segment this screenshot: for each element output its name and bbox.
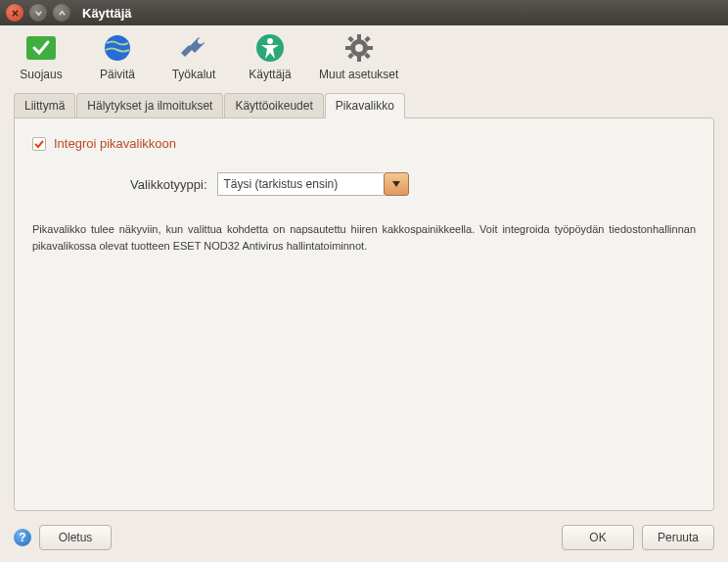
accessibility-icon bbox=[253, 31, 287, 65]
tools-icon bbox=[177, 31, 210, 65]
menu-type-label: Valikkotyyppi: bbox=[130, 177, 207, 192]
tab-alerts[interactable]: Hälytykset ja ilmoitukset bbox=[76, 93, 223, 118]
svg-rect-0 bbox=[26, 36, 56, 60]
bottom-bar: ? Oletus OK Peruuta bbox=[0, 521, 728, 562]
tab-context-menu[interactable]: Pikavalikko bbox=[325, 93, 405, 118]
tabstrip: Liittymä Hälytykset ja ilmoitukset Käytt… bbox=[14, 93, 714, 118]
ok-button[interactable]: OK bbox=[562, 525, 634, 550]
globe-icon bbox=[101, 31, 134, 65]
chevron-down-icon bbox=[392, 181, 400, 187]
menu-type-value[interactable]: Täysi (tarkistus ensin) bbox=[217, 172, 384, 196]
integrate-checkbox-row[interactable]: Integroi pikavalikkoon bbox=[32, 136, 696, 151]
svg-rect-8 bbox=[345, 46, 351, 50]
menu-type-row: Valikkotyyppi: Täysi (tarkistus ensin) bbox=[130, 172, 696, 196]
maximize-icon[interactable] bbox=[53, 4, 70, 22]
tab-permissions[interactable]: Käyttöoikeudet bbox=[224, 93, 323, 118]
toolbar: Suojaus Päivitä Työkalut K bbox=[0, 25, 728, 85]
toolbar-label: Päivitä bbox=[100, 68, 135, 81]
toolbar-item-user[interactable]: Käyttäjä bbox=[243, 31, 297, 81]
toolbar-item-update[interactable]: Päivitä bbox=[90, 31, 145, 81]
help-icon[interactable]: ? bbox=[14, 529, 31, 546]
titlebar: Käyttäjä bbox=[0, 0, 728, 25]
toolbar-label: Suojaus bbox=[20, 68, 62, 81]
svg-point-14 bbox=[355, 44, 363, 52]
svg-rect-12 bbox=[364, 36, 370, 42]
tab-panel-context-menu: Integroi pikavalikkoon Valikkotyyppi: Tä… bbox=[14, 117, 714, 511]
checkbox-label: Integroi pikavalikkoon bbox=[54, 136, 176, 151]
toolbar-label: Muut asetukset bbox=[319, 68, 398, 81]
dropdown-button[interactable] bbox=[384, 172, 409, 196]
svg-rect-9 bbox=[367, 46, 373, 50]
toolbar-label: Käyttäjä bbox=[249, 68, 291, 81]
checkbox-checked-icon[interactable] bbox=[32, 137, 46, 151]
window-title: Käyttäjä bbox=[82, 6, 132, 21]
svg-point-2 bbox=[198, 38, 204, 44]
description-text: Pikavalikko tulee näkyviin, kun valittua… bbox=[32, 221, 696, 254]
svg-rect-10 bbox=[347, 36, 353, 42]
cancel-button[interactable]: Peruuta bbox=[642, 525, 714, 550]
toolbar-label: Työkalut bbox=[172, 68, 216, 81]
toolbar-item-protection[interactable]: Suojaus bbox=[14, 31, 68, 81]
shield-check-icon bbox=[24, 31, 58, 65]
svg-point-4 bbox=[267, 38, 273, 44]
svg-rect-6 bbox=[357, 34, 361, 40]
gear-icon bbox=[342, 31, 376, 65]
toolbar-item-other-settings[interactable]: Muut asetukset bbox=[319, 31, 398, 81]
toolbar-item-tools[interactable]: Työkalut bbox=[166, 31, 221, 81]
tab-interface[interactable]: Liittymä bbox=[14, 93, 75, 118]
minimize-icon[interactable] bbox=[29, 4, 47, 22]
svg-rect-7 bbox=[357, 56, 361, 62]
default-button[interactable]: Oletus bbox=[39, 525, 112, 550]
menu-type-select[interactable]: Täysi (tarkistus ensin) bbox=[217, 172, 409, 196]
close-icon[interactable] bbox=[6, 4, 23, 22]
